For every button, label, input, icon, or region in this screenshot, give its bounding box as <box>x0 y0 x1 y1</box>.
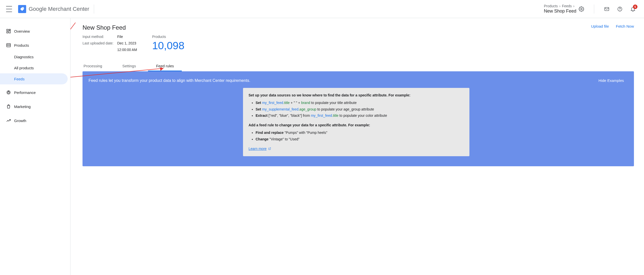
sidebar-item-overview[interactable]: Overview <box>0 25 70 37</box>
svg-rect-5 <box>7 29 8 31</box>
learn-more-link[interactable]: Learn more <box>249 146 271 152</box>
products-count[interactable]: 10,098 <box>152 40 184 52</box>
last-uploaded-date: Dec 1, 2023 <box>117 41 136 45</box>
example-item: Set my_supplemental_feed.age_group to po… <box>256 106 464 113</box>
tab-processing[interactable]: Processing <box>83 61 103 71</box>
svg-rect-9 <box>7 43 11 47</box>
top-bar: Google Merchant Center Products › Feeds … <box>0 0 644 18</box>
gear-icon[interactable] <box>576 4 586 14</box>
sidebar-sub-all-products[interactable]: All products <box>0 62 70 73</box>
example-item: Extract ["red", "blue", "black"] from my… <box>256 113 464 119</box>
bag-icon <box>6 104 14 109</box>
example-item: Set my_first_feed.title + " " + brand to… <box>256 100 464 106</box>
products-label: Products <box>152 35 184 39</box>
tab-feed-rules[interactable]: Feed rules <box>155 61 175 71</box>
trend-icon <box>6 118 14 123</box>
menu-icon[interactable] <box>6 6 12 12</box>
main-content: New Shop Feed Input method: File Last up… <box>70 18 644 275</box>
last-uploaded-time: 12:00:00 AM <box>117 48 137 52</box>
notifications-icon[interactable]: 5 <box>628 4 638 14</box>
tag-icon <box>18 5 26 13</box>
sidebar: Overview Products Diagnostics All produc… <box>0 18 70 275</box>
help-icon[interactable] <box>615 4 625 14</box>
sidebar-item-label: Marketing <box>14 104 31 109</box>
divider <box>594 5 594 14</box>
sidebar-item-marketing[interactable]: Marketing <box>0 100 70 113</box>
breadcrumb-title: New Shop Feed <box>544 9 576 14</box>
sidebar-item-products[interactable]: Products <box>0 39 70 51</box>
sidebar-item-label: Performance <box>14 90 36 95</box>
logo[interactable]: Google Merchant Center <box>18 5 89 13</box>
dashboard-icon <box>6 29 14 34</box>
svg-point-13 <box>8 92 10 93</box>
hide-examples-button[interactable]: Hide Examples <box>598 78 624 83</box>
notification-badge: 5 <box>633 5 637 9</box>
panel-intro: Feed rules let you transform your produc… <box>89 78 250 83</box>
tabs: Processing Settings Feed rules <box>83 61 634 71</box>
external-link-icon <box>268 147 271 150</box>
logo-text: Google Merchant Center <box>29 6 89 12</box>
examples-heading-2: Add a feed rule to change your data for … <box>249 123 370 127</box>
svg-rect-6 <box>9 29 11 30</box>
fetch-now-button[interactable]: Fetch Now <box>616 24 634 28</box>
page-title: New Shop Feed <box>83 24 184 31</box>
chevron-right-icon: › <box>573 4 575 8</box>
tab-settings[interactable]: Settings <box>121 61 137 71</box>
sidebar-item-growth[interactable]: Growth <box>0 115 70 127</box>
breadcrumb[interactable]: Products › Feeds › <box>544 4 576 8</box>
examples-heading-1: Set up your data sources so we know wher… <box>249 93 410 97</box>
svg-point-4 <box>620 10 620 10</box>
sidebar-item-label: Overview <box>14 29 30 33</box>
donut-icon <box>6 90 14 95</box>
feed-rules-panel: Feed rules let you transform your produc… <box>83 71 634 166</box>
sidebar-sub-feeds[interactable]: Feeds <box>0 73 68 84</box>
svg-point-0 <box>23 8 23 8</box>
sidebar-sub-diagnostics[interactable]: Diagnostics <box>0 51 70 62</box>
svg-rect-7 <box>9 31 11 33</box>
upload-file-button[interactable]: Upload file <box>591 24 609 28</box>
svg-rect-8 <box>7 32 8 33</box>
svg-line-14 <box>70 23 75 73</box>
example-item: Find and replace "Pumps" with "Pump heel… <box>256 130 464 136</box>
input-method-value: File <box>117 35 123 39</box>
svg-point-1 <box>581 8 582 10</box>
example-item: Change "Vintage" to "Used" <box>256 136 464 142</box>
input-method-label: Input method: <box>83 35 115 39</box>
sidebar-item-label: Products <box>14 43 29 47</box>
chevron-right-icon: › <box>559 4 560 8</box>
examples-box: Set up your data sources so we know wher… <box>243 88 469 156</box>
mail-icon[interactable] <box>602 4 612 14</box>
list-icon <box>6 43 14 48</box>
sidebar-item-label: Growth <box>14 119 26 123</box>
sidebar-item-performance[interactable]: Performance <box>0 86 70 98</box>
divider <box>94 5 94 14</box>
last-uploaded-label: Last uploaded date: <box>83 41 115 45</box>
